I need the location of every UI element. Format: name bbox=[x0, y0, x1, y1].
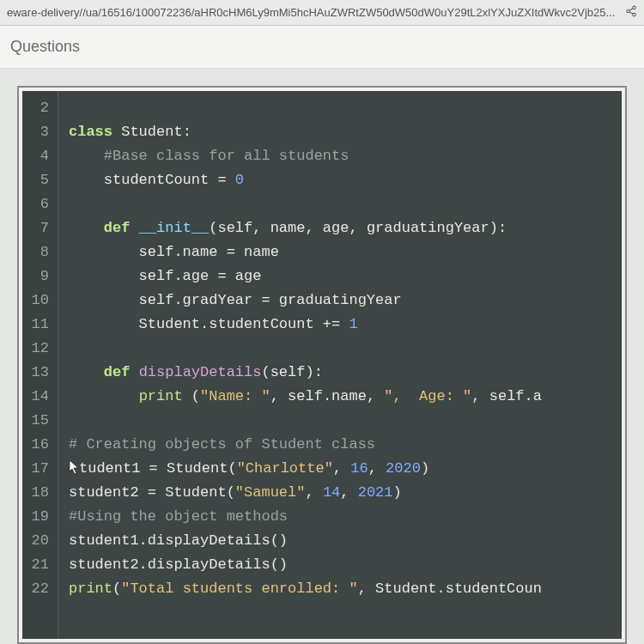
line-number: 16 bbox=[27, 433, 49, 457]
line-number: 17 bbox=[27, 457, 49, 481]
code-line[interactable] bbox=[69, 96, 542, 120]
line-number: 12 bbox=[27, 337, 49, 361]
mouse-cursor-icon bbox=[69, 459, 79, 475]
line-number: 15 bbox=[27, 409, 49, 433]
code-line[interactable]: print("Total students enrolled: ", Stude… bbox=[69, 577, 542, 601]
svg-point-2 bbox=[633, 13, 636, 15]
url-text: eware-delivery//ua/16516/100072236/aHR0c… bbox=[7, 6, 618, 19]
svg-point-0 bbox=[633, 6, 636, 9]
line-number: 4 bbox=[27, 144, 49, 168]
svg-point-1 bbox=[627, 9, 630, 13]
code-line[interactable]: self.age = age bbox=[69, 264, 542, 289]
code-line[interactable]: self.gradYear = graduatingYear bbox=[69, 289, 542, 313]
line-number: 3 bbox=[27, 120, 49, 144]
line-number: 18 bbox=[27, 481, 49, 505]
line-number: 19 bbox=[27, 505, 49, 529]
line-number: 11 bbox=[27, 313, 49, 337]
questions-header: Questions bbox=[0, 26, 644, 69]
line-number: 6 bbox=[27, 192, 49, 216]
code-line[interactable]: studentCount = 0 bbox=[69, 168, 542, 192]
code-line[interactable]: # Creating objects of Student class bbox=[69, 433, 542, 457]
browser-url-bar[interactable]: eware-delivery//ua/16516/100072236/aHR0c… bbox=[0, 0, 644, 26]
code-line[interactable] bbox=[69, 409, 542, 433]
code-line[interactable]: student2.displayDetails() bbox=[69, 553, 542, 577]
code-line[interactable] bbox=[69, 192, 542, 216]
line-number: 20 bbox=[27, 529, 49, 553]
share-icon[interactable] bbox=[625, 5, 637, 20]
line-number: 5 bbox=[27, 168, 49, 192]
code-line[interactable]: print ("Name: ", self.name, ", Age: ", s… bbox=[69, 385, 542, 409]
content-area: 2345678910111213141516171819202122 class… bbox=[0, 69, 644, 644]
line-number: 13 bbox=[27, 361, 49, 385]
code-line[interactable]: #Using the object methods bbox=[69, 505, 542, 529]
code-line[interactable]: Student.studentCount += 1 bbox=[69, 313, 542, 337]
code-frame: 2345678910111213141516171819202122 class… bbox=[17, 86, 627, 644]
line-number: 21 bbox=[27, 553, 49, 577]
code-line[interactable]: student1.displayDetails() bbox=[69, 529, 542, 553]
line-number: 9 bbox=[27, 264, 49, 289]
svg-line-3 bbox=[629, 9, 633, 10]
line-number: 8 bbox=[27, 240, 49, 264]
line-number: 22 bbox=[27, 577, 49, 601]
line-number: 14 bbox=[27, 385, 49, 409]
line-number: 7 bbox=[27, 216, 49, 240]
svg-line-4 bbox=[629, 12, 633, 14]
code-line[interactable]: student2 = Student("Samuel", 14, 2021) bbox=[69, 481, 542, 505]
line-number: 10 bbox=[27, 289, 49, 313]
line-number-gutter: 2345678910111213141516171819202122 bbox=[22, 91, 58, 639]
code-line[interactable]: #Base class for all students bbox=[69, 144, 542, 168]
line-number: 2 bbox=[27, 96, 49, 120]
code-line[interactable]: class Student: bbox=[69, 120, 542, 144]
code-editor[interactable]: 2345678910111213141516171819202122 class… bbox=[22, 91, 622, 639]
questions-label: Questions bbox=[10, 38, 80, 55]
code-line[interactable]: self.name = name bbox=[69, 240, 542, 264]
code-line[interactable]: tudent1 = Student("Charlotte", 16, 2020) bbox=[69, 457, 542, 481]
code-line[interactable] bbox=[69, 337, 542, 361]
code-line[interactable]: def __init__(self, name, age, graduating… bbox=[69, 216, 542, 240]
code-body[interactable]: class Student: #Base class for all stude… bbox=[58, 91, 542, 639]
code-line[interactable]: def displayDetails(self): bbox=[69, 361, 542, 385]
